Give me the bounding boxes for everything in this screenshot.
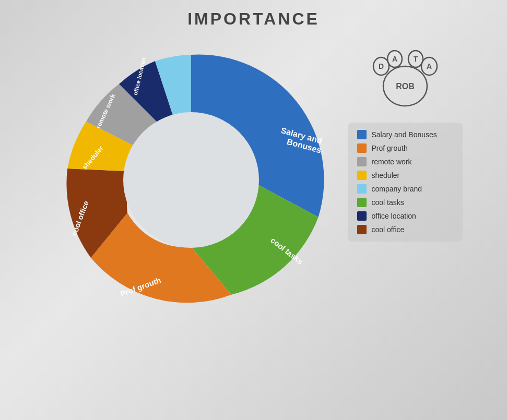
svg-text:T: T — [413, 55, 418, 63]
svg-text:D: D — [378, 62, 383, 70]
legend-item-office-loc: office location — [357, 211, 453, 221]
legend-color-sheduler — [357, 171, 367, 180]
legend-color-brand — [357, 184, 367, 194]
legend-color-salary — [357, 130, 367, 139]
legend-label-office-loc: office location — [372, 212, 416, 220]
legend-item-cool-office: cool office — [357, 225, 453, 234]
legend-item-remote: remote work — [357, 157, 453, 166]
legend-color-remote — [357, 157, 367, 166]
legend-color-prof — [357, 143, 367, 153]
right-panel: D A T A ROB Salary and Bonuses Prof grou… — [348, 39, 463, 242]
legend: Salary and Bonuses Prof grouth remote wo… — [348, 123, 463, 242]
legend-color-office-loc — [357, 211, 367, 221]
legend-item-salary: Salary and Bonuses — [357, 130, 453, 139]
legend-item-prof: Prof grouth — [357, 143, 453, 153]
legend-item-tasks: cool tasks — [357, 198, 453, 207]
svg-text:A: A — [426, 62, 431, 70]
legend-label-remote: remote work — [372, 158, 412, 166]
legend-label-tasks: cool tasks — [372, 198, 404, 207]
main-content: Salary and Bonuses cool tasks Prof grout… — [0, 34, 507, 326]
legend-item-brand: company brand — [357, 184, 453, 194]
svg-text:ROB: ROB — [396, 82, 415, 91]
legend-label-cool-office: cool office — [372, 225, 405, 234]
svg-point-0 — [123, 112, 259, 248]
legend-item-sheduler: sheduler — [357, 171, 453, 180]
legend-label-sheduler: sheduler — [372, 171, 400, 179]
legend-label-brand: company brand — [372, 185, 422, 193]
legend-label-prof: Prof grouth — [372, 144, 408, 152]
legend-label-salary: Salary and Bonuses — [372, 130, 437, 139]
legend-color-tasks — [357, 198, 367, 207]
svg-text:A: A — [392, 55, 397, 63]
page-title: IMPORTANCE — [187, 9, 320, 29]
legend-color-cool-office — [357, 225, 367, 234]
donut-chart: Salary and Bonuses cool tasks Prof grout… — [45, 34, 337, 326]
paw-logo: D A T A ROB — [363, 39, 447, 112]
